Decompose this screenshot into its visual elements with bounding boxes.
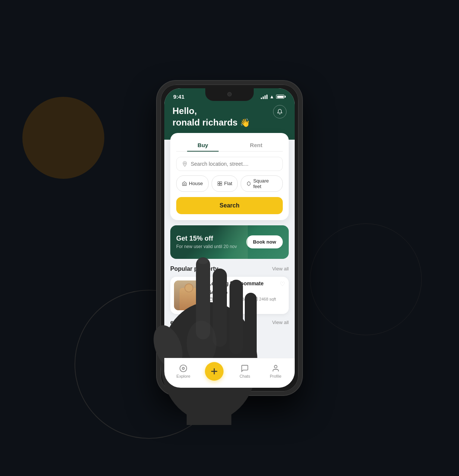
search-location-input-wrap [176,157,283,171]
chat-icon [241,364,249,372]
search-card: Buy Rent [170,133,289,220]
chip-house[interactable]: House [176,175,209,192]
recommended-section-header: ed for you View all [170,319,289,326]
svg-rect-4 [220,184,222,185]
nav-add[interactable] [199,362,230,381]
property-price: $40/mo [208,289,285,295]
recommended-section-title: ed for you [170,319,199,326]
property-card-roommate[interactable]: Looking for roommate ♡ $40/mo 02 bed [170,277,289,314]
svg-point-8 [180,365,187,371]
bed-icon [208,297,213,301]
flat-chip-icon [217,181,222,186]
svg-rect-3 [218,184,219,185]
recommended-cards [170,330,289,359]
favorite-icon[interactable]: ♡ [280,280,285,288]
search-input[interactable] [191,161,277,167]
svg-rect-7 [254,297,257,301]
property-image [174,280,204,310]
explore-icon [179,364,187,372]
explore-label: Explore [177,374,190,378]
nav-chats[interactable]: Chats [230,364,260,378]
book-now-button[interactable]: Book now [246,235,283,248]
status-icons: ▲ [261,94,286,99]
promo-banner[interactable]: Get 15% off For new user valid until 20 … [170,225,289,259]
property-title-row: Looking for roommate ♡ [208,280,285,288]
profile-label: Profile [270,374,281,378]
rec-card-2[interactable] [211,330,249,356]
bg-arc2 [310,223,422,335]
bath-count: 03 Bath [230,297,250,301]
svg-rect-1 [218,182,219,184]
notch [205,88,254,101]
signal-icon [261,95,268,99]
chip-sqft[interactable]: Square feet [241,175,283,192]
plus-icon [210,367,219,376]
svg-marker-5 [247,181,250,185]
popular-section-header: Popular property View all [170,266,289,272]
battery-icon [276,95,286,99]
sqft-count: 2468 sqft [254,297,276,301]
rec-card-1[interactable] [170,330,208,356]
phone-frame: 9:41 ▲ [157,81,302,395]
property-type-tabs: Buy Rent [176,139,283,152]
bath-icon [230,297,235,301]
svg-point-0 [184,162,186,164]
tab-buy[interactable]: Buy [176,139,230,151]
filter-chips: House Flat [176,175,283,192]
chats-label: Chats [240,374,250,378]
svg-rect-2 [220,182,222,184]
svg-point-9 [183,367,185,369]
add-button[interactable] [205,362,224,381]
status-time: 9:41 [173,93,184,100]
property-meta: 02 bed 03 Bath [208,297,285,301]
wifi-icon: ▲ [269,94,274,99]
greeting-text: Hello, ronald richards 👋 [172,105,287,128]
camera [227,92,232,96]
svg-point-12 [274,365,277,368]
location-icon [182,161,188,167]
popular-view-all[interactable]: View all [272,266,289,272]
property-info: Looking for roommate ♡ $40/mo 02 bed [208,280,285,310]
search-button[interactable]: Search [176,197,283,214]
property-title: Looking for roommate [208,280,264,286]
profile-icon [272,364,280,372]
bell-button[interactable] [273,105,287,118]
rec-avatar-1 [194,333,205,344]
popular-section-title: Popular property [170,266,218,272]
nav-explore[interactable]: Explore [168,364,199,378]
recommended-view-all[interactable]: View all [272,320,289,325]
phone-wrapper: 9:41 ▲ [157,81,302,395]
sqft-chip-icon [246,181,251,186]
bottom-nav: Explore Chats [164,358,295,388]
chip-flat[interactable]: Flat [212,175,238,192]
svg-rect-6 [209,298,212,301]
area-icon [254,297,258,301]
nav-profile[interactable]: Profile [260,364,291,378]
tab-rent[interactable]: Rent [230,139,283,151]
bed-count: 02 bed [208,297,227,301]
promo-bg-image [218,225,248,259]
phone-screen: 9:41 ▲ [164,88,295,388]
house-chip-icon [182,181,187,186]
bg-circle [22,97,104,179]
rec-avatar-2 [235,333,246,344]
